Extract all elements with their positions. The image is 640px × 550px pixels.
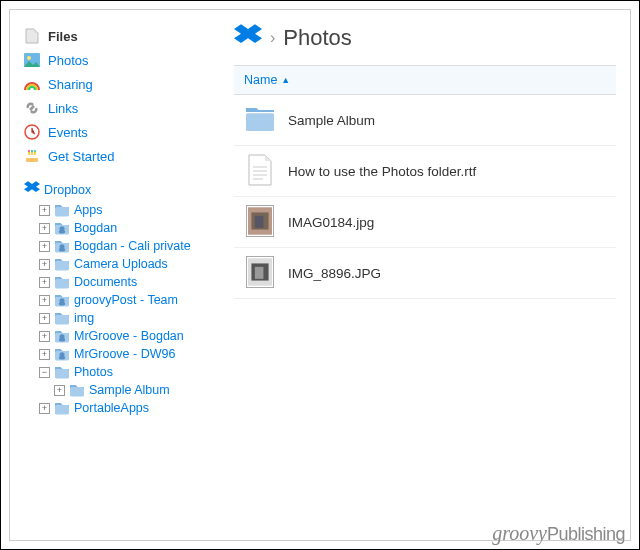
tree-label: Photos (74, 365, 113, 379)
tree-item-portableapps[interactable]: +PortableApps (39, 399, 210, 417)
svg-rect-4 (26, 155, 38, 158)
svg-point-5 (28, 150, 30, 152)
tree-item-img[interactable]: +img (39, 309, 210, 327)
breadcrumb: › Photos (234, 22, 616, 53)
nav-links[interactable]: Links (24, 96, 210, 120)
shared-folder-icon (54, 293, 70, 307)
svg-rect-15 (55, 261, 69, 271)
svg-rect-23 (59, 338, 65, 342)
svg-point-1 (27, 56, 31, 60)
tree-item-camera-uploads[interactable]: +Camera Uploads (39, 255, 210, 273)
tree-label: PortableApps (74, 401, 149, 415)
shared-folder-icon (54, 221, 70, 235)
tree-toggle-icon[interactable]: + (39, 331, 50, 342)
file-name: How to use the Photos folder.rtf (288, 164, 476, 179)
tree-label: Documents (74, 275, 137, 289)
shared-folder-icon (54, 329, 70, 343)
tree-item-mrgroove-bogdan[interactable]: +MrGroove - Bogdan (39, 327, 210, 345)
tree-toggle-icon[interactable]: + (39, 223, 50, 234)
tree-item-documents[interactable]: +Documents (39, 273, 210, 291)
shared-folder-icon (54, 347, 70, 361)
tree-item-bogdan-cali-private[interactable]: +Bogdan - Cali private (39, 237, 210, 255)
nav-sharing[interactable]: Sharing (24, 72, 210, 96)
folder-icon (54, 401, 70, 415)
dropbox-icon[interactable] (234, 22, 262, 53)
tree-toggle-icon[interactable]: − (39, 367, 50, 378)
folder-icon (54, 203, 70, 217)
tree-label: Bogdan (74, 221, 117, 235)
file-row[interactable]: IMAG0184.jpg (234, 197, 616, 248)
link-icon (24, 100, 40, 116)
tree-label: MrGroove - DW96 (74, 347, 175, 361)
column-header-name[interactable]: Name ▲ (234, 65, 616, 95)
svg-point-6 (31, 150, 33, 152)
main-panel: › Photos Name ▲ Sample AlbumHow to use t… (220, 10, 630, 540)
folder-icon (54, 311, 70, 325)
column-label: Name (244, 73, 277, 87)
nav-get-started[interactable]: Get Started (24, 144, 210, 168)
tree-label: groovyPost - Team (74, 293, 178, 307)
tree-toggle-icon[interactable]: + (39, 277, 50, 288)
svg-rect-36 (255, 266, 264, 278)
tree-label: Apps (74, 203, 103, 217)
tree-root-label: Dropbox (44, 183, 91, 197)
tree-toggle-icon[interactable]: + (39, 259, 50, 270)
nav-events[interactable]: Events (24, 120, 210, 144)
nav-label: Photos (48, 53, 88, 68)
tree-toggle-icon[interactable]: + (39, 205, 50, 216)
file-row[interactable]: Sample Album (234, 95, 616, 146)
nav-label: Events (48, 125, 88, 140)
folder-icon (54, 275, 70, 289)
svg-rect-19 (59, 302, 65, 306)
tree-item-photos[interactable]: −Photos (39, 363, 210, 381)
tree-toggle-icon[interactable]: + (39, 349, 50, 360)
dropbox-icon (24, 180, 40, 199)
file-row[interactable]: How to use the Photos folder.rtf (234, 146, 616, 197)
tree-toggle-icon[interactable]: + (39, 295, 50, 306)
svg-rect-29 (55, 405, 69, 415)
tree-toggle-icon[interactable]: + (54, 385, 65, 396)
cake-icon (24, 148, 40, 164)
watermark: groovyPublishing (492, 522, 625, 545)
svg-rect-27 (55, 369, 69, 379)
nav-label: Links (48, 101, 78, 116)
file-list: Sample AlbumHow to use the Photos folder… (234, 95, 616, 299)
nav-label: Get Started (48, 149, 114, 164)
tree-label: img (74, 311, 94, 325)
folder-icon (54, 365, 70, 379)
tree-label: Camera Uploads (74, 257, 168, 271)
svg-rect-8 (55, 207, 69, 217)
tree-item-bogdan[interactable]: +Bogdan (39, 219, 210, 237)
photo-icon (24, 52, 40, 68)
nav-photos[interactable]: Photos (24, 48, 210, 72)
svg-rect-26 (59, 356, 65, 360)
svg-point-7 (34, 150, 36, 152)
svg-rect-14 (59, 248, 65, 252)
folder-icon (54, 257, 70, 271)
tree-label: Bogdan - Cali private (74, 239, 191, 253)
tree-toggle-icon[interactable]: + (39, 403, 50, 414)
tree-label: MrGroove - Bogdan (74, 329, 184, 343)
tree-root-dropbox[interactable]: Dropbox (24, 178, 210, 201)
nav-files[interactable]: Files (24, 24, 210, 48)
file-name: IMG_8896.JPG (288, 266, 381, 281)
tree-item-mrgroove-dw96[interactable]: +MrGroove - DW96 (39, 345, 210, 363)
tree-item-apps[interactable]: +Apps (39, 201, 210, 219)
tree-toggle-icon[interactable]: + (39, 313, 50, 324)
nav-label: Files (48, 29, 78, 44)
tree-toggle-icon[interactable]: + (39, 241, 50, 252)
sidebar: FilesPhotosSharingLinksEventsGet Started… (10, 10, 220, 540)
document-icon (247, 154, 273, 189)
svg-rect-28 (70, 387, 84, 397)
svg-rect-16 (55, 279, 69, 289)
sort-asc-icon: ▲ (281, 75, 290, 85)
nav-label: Sharing (48, 77, 93, 92)
image-thumbnail (246, 205, 274, 240)
file-name: Sample Album (288, 113, 375, 128)
tree-item-sample-album[interactable]: +Sample Album (54, 381, 210, 399)
file-row[interactable]: IMG_8896.JPG (234, 248, 616, 299)
svg-rect-30 (246, 113, 274, 131)
folder-icon (69, 383, 85, 397)
tree-item-groovypost-team[interactable]: +groovyPost - Team (39, 291, 210, 309)
rainbow-icon (24, 76, 40, 92)
